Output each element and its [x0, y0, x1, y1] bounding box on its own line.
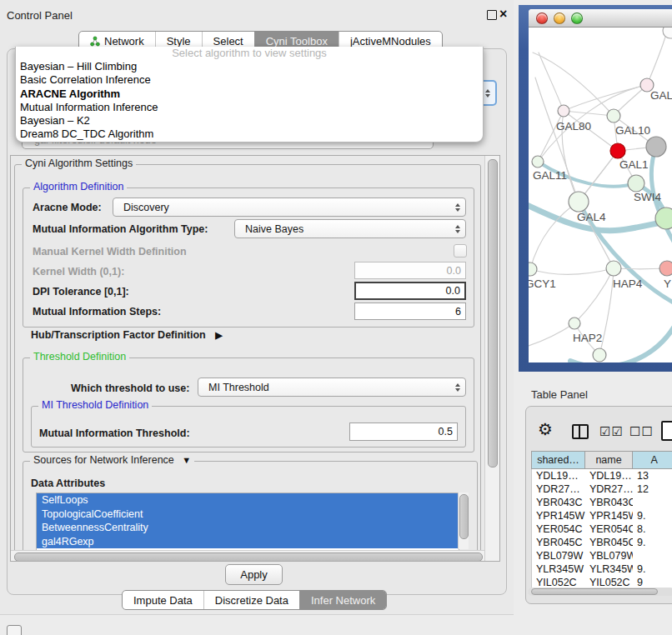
algorithm-option[interactable]: Bayesian – Hill Climbing [16, 60, 483, 73]
bottom-tab-discretize-data[interactable]: Discretize Data [203, 591, 299, 609]
sources-legend[interactable]: Sources for Network Inference ▼ [30, 454, 194, 466]
mi-threshold-field[interactable]: 0.5 [349, 422, 458, 441]
network-window-titlebar[interactable] [529, 9, 672, 28]
data-attribute-item[interactable]: gal4RGexp [37, 535, 459, 549]
network-node-gal80[interactable] [558, 105, 569, 117]
mi-steps-field[interactable]: 6 [354, 302, 466, 320]
network-window: GALGAL80GAL10GAL1GAL11SWI4GAL4GCY1HAP4YH… [529, 9, 672, 362]
combo-arrows-icon [450, 203, 465, 212]
table-cell: YBR043C [532, 497, 585, 508]
select-all-columns-icon[interactable]: ☑☑ [599, 424, 624, 439]
data-attribute-item[interactable]: BetweennessCentrality [37, 521, 459, 535]
network-node-gcy1[interactable] [529, 262, 537, 276]
settings-vertical-scrollbar-thumb[interactable] [488, 159, 498, 468]
hub-definition-toggle[interactable]: Hub/Transcription Factor Definition ▶ [31, 329, 223, 341]
table-header-2[interactable]: name [585, 452, 633, 468]
network-node[interactable] [593, 348, 606, 362]
network-node[interactable] [663, 28, 672, 38]
aracne-mode-combo[interactable]: Discovery [113, 198, 466, 217]
network-node[interactable] [655, 208, 672, 229]
table-cell: 13 [633, 470, 672, 482]
minimize-traffic-light-icon[interactable] [554, 12, 565, 24]
network-node-y[interactable] [659, 261, 672, 276]
node-table: shared…nameA YDL19…YDL19…13YDR27…YDR27…1… [531, 451, 672, 589]
table-cell: YLR345W [585, 563, 633, 575]
gear-icon[interactable]: ⚙ [538, 421, 553, 438]
table-panel-title: Table Panel [531, 388, 588, 401]
settings-horizontal-scrollbar-thumb[interactable] [14, 552, 483, 562]
tab-label: jActiveMNodules [350, 35, 431, 48]
table-cell: YPR145W [585, 510, 633, 522]
table-cell: YDR27… [585, 483, 633, 495]
algorithm-option[interactable]: Dream8 DC_TDC Algorithm [16, 128, 483, 141]
collapse-down-icon[interactable]: ▼ [182, 455, 191, 465]
which-threshold-combo[interactable]: MI Threshold [198, 378, 466, 397]
combo-down-arrow-icon [485, 94, 490, 98]
collapsed-panel-icon[interactable] [7, 625, 22, 635]
bottom-tab-infer-network[interactable]: Infer Network [299, 591, 386, 609]
dpi-tolerance-field[interactable]: 0.0 [354, 282, 466, 300]
network-node-gal4[interactable] [569, 192, 589, 212]
table-cell: 9. [633, 563, 672, 575]
network-canvas[interactable]: GALGAL80GAL10GAL1GAL11SWI4GAL4GCY1HAP4YH… [529, 28, 672, 362]
table-row[interactable]: YER054CYER054C8. [532, 522, 672, 536]
data-attributes-list[interactable]: SelfLoopsTopologicalCoefficientBetweenne… [36, 492, 459, 551]
kernel-width-field[interactable]: 0.0 [354, 262, 466, 279]
table-row[interactable]: YDL19…YDL19…13 [532, 469, 672, 482]
table-row[interactable]: YBR043CYBR043C [532, 496, 672, 509]
data-attribute-item[interactable]: SelfLoops [37, 493, 459, 508]
table-cell: YBL079W [532, 550, 585, 562]
expand-right-icon[interactable]: ▶ [215, 330, 222, 340]
network-edge [530, 268, 614, 274]
manual-kernel-label: Manual Kernel Width Definition [33, 246, 187, 258]
deselect-all-columns-icon[interactable]: ☐☐ [629, 424, 654, 439]
algorithm-option[interactable]: Mutual Information Inference [16, 101, 483, 114]
settings-vertical-scrollbar[interactable] [484, 156, 499, 561]
table-header-3[interactable]: A [633, 452, 672, 468]
network-node-hap2[interactable] [569, 318, 580, 329]
table-cell: YBR043C [585, 497, 633, 508]
node-label: GCY1 [529, 278, 556, 290]
network-node-gal10[interactable] [607, 109, 620, 122]
close-icon[interactable]: × [499, 7, 507, 22]
network-node-gal11[interactable] [532, 156, 544, 168]
algorithm-option[interactable]: Bayesian – K2 [16, 114, 483, 128]
network-icon [90, 36, 100, 47]
network-node-gal1[interactable] [610, 143, 625, 158]
network-edge [535, 78, 579, 202]
table-cell: 8. [633, 523, 672, 535]
table-row[interactable]: YDR27…YDR27…12 [532, 482, 672, 496]
settings-horizontal-scrollbar[interactable] [11, 550, 484, 562]
table-cell: 9 [633, 577, 672, 588]
apply-button[interactable]: Apply [225, 564, 283, 585]
table-header-1[interactable]: shared… [532, 452, 585, 468]
algorithm-option[interactable]: Basic Correlation Inference [16, 73, 483, 87]
close-traffic-light-icon[interactable] [536, 12, 548, 24]
table-row[interactable]: YBL079WYBL079W [532, 549, 672, 562]
algorithm-option[interactable]: ARACNE Algorithm [16, 88, 483, 101]
zoom-traffic-light-icon[interactable] [571, 12, 583, 24]
network-node-swi4[interactable] [628, 175, 644, 192]
table-cell: YER054C [532, 523, 585, 535]
node-label: HAP2 [573, 332, 602, 344]
table-horizontal-scrollbar[interactable] [528, 588, 672, 596]
manual-kernel-checkbox[interactable] [454, 244, 467, 258]
attributes-scrollbar-thumb[interactable] [459, 494, 469, 539]
float-window-icon[interactable] [487, 10, 497, 20]
attributes-scrollbar[interactable] [458, 492, 469, 549]
network-node[interactable] [646, 137, 666, 157]
algorithm-definition-legend: Algorithm Definition [30, 181, 127, 192]
table-row[interactable]: YPR145WYPR145W9. [532, 509, 672, 522]
new-column-icon[interactable] [661, 421, 672, 441]
table-horizontal-scrollbar-thumb[interactable] [531, 588, 658, 595]
table-row[interactable]: YLR345WYLR345W9. [532, 562, 672, 576]
data-attribute-item[interactable]: TopologicalCoefficient [37, 508, 459, 522]
cyni-settings-scrollpane: Cyni Algorithm Settings Algorithm Defini… [10, 155, 500, 562]
network-node-hap4[interactable] [606, 261, 621, 276]
bottom-tab-impute-data[interactable]: Impute Data [123, 591, 203, 609]
mi-type-combo[interactable]: Naive Bayes [234, 219, 466, 238]
data-attributes-label: Data Attributes [31, 478, 105, 489]
split-columns-icon[interactable] [572, 424, 589, 439]
table-row[interactable]: YBR045CYBR045C9. [532, 536, 672, 549]
node-label: SWI4 [634, 191, 661, 203]
